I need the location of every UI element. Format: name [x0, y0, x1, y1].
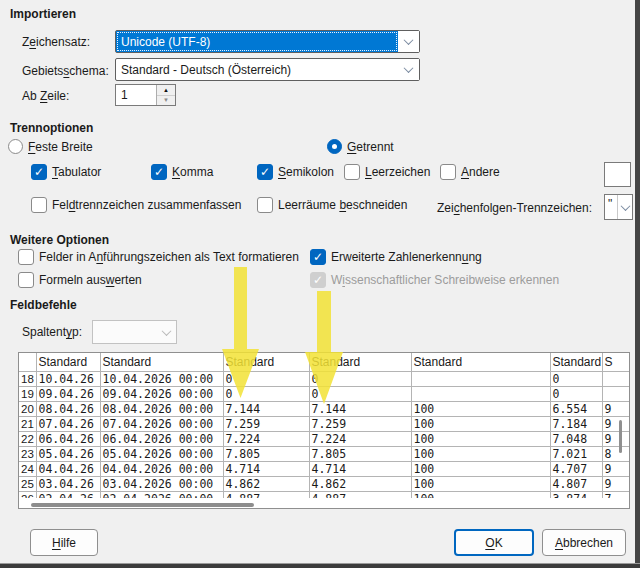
help-button[interactable]: Hilfe: [30, 529, 98, 556]
table-cell: 7.805: [309, 446, 411, 461]
locale-selected-value: Standard - Deutsch (Österreich): [116, 59, 398, 80]
from-row-label: Ab Zeile:: [22, 89, 69, 103]
string-delimiter-dropdown-button[interactable]: [617, 195, 632, 219]
table-cell: 3.874: [550, 491, 602, 498]
table-cell: 7.224: [309, 431, 411, 446]
vertical-scrollbar-thumb[interactable]: [619, 420, 622, 453]
charset-selected-value: Unicode (UTF-8): [116, 31, 398, 52]
table-cell: 4.887: [309, 491, 411, 498]
comma-label[interactable]: Komma: [172, 165, 213, 179]
table-cell: 04.04.2026 00:00: [100, 461, 223, 476]
table-row: 2404.04.2604.04.2026 00:004.7144.7141004…: [19, 461, 629, 476]
comma-checkbox[interactable]: [151, 164, 167, 180]
table-cell: 08.04.2026 00:00: [100, 401, 223, 416]
string-delimiter-combobox[interactable]: ": [604, 194, 633, 220]
fixed-width-label[interactable]: Feste Breite: [28, 140, 93, 154]
space-checkbox[interactable]: [344, 164, 360, 180]
section-weitere-optionen: Weitere Optionen: [10, 233, 109, 247]
tab-label[interactable]: Tabulator: [52, 165, 101, 179]
table-row: 2206.04.2606.04.2026 00:007.2247.2241007…: [19, 431, 629, 446]
locale-dropdown-button[interactable]: [398, 59, 419, 80]
evaluate-formulas-checkbox[interactable]: [18, 272, 34, 288]
row-number-cell: 18: [19, 371, 36, 386]
table-cell: 10.04.26: [36, 371, 100, 386]
from-row-value[interactable]: 1: [116, 85, 156, 105]
column-header[interactable]: S: [602, 353, 629, 371]
table-row: 2602.04.2602.04.2026 00:004.8874.8871003…: [19, 491, 629, 498]
table-cell: 08.04.26: [36, 401, 100, 416]
locale-label: Gebietsschema:: [22, 64, 109, 78]
column-header[interactable]: Standard: [309, 353, 411, 371]
table-cell: 7.805: [223, 446, 309, 461]
row-number-cell: 26: [19, 491, 36, 498]
section-importieren: Importieren: [10, 7, 76, 21]
cancel-button[interactable]: Abbrechen: [542, 529, 626, 556]
table-cell: 6.554: [550, 401, 602, 416]
fixed-width-radio[interactable]: [8, 139, 23, 154]
spin-down-button[interactable]: ▼: [157, 96, 175, 106]
table-cell: 4.714: [223, 461, 309, 476]
ok-button[interactable]: OK: [454, 529, 534, 556]
row-number-cell: 24: [19, 461, 36, 476]
column-type-value: [93, 321, 156, 343]
table-row: 2107.04.2607.04.2026 00:007.2597.2591007…: [19, 416, 629, 431]
row-number-cell: 23: [19, 446, 36, 461]
column-header[interactable]: Standard: [36, 353, 100, 371]
horizontal-scrollbar-thumb[interactable]: [31, 503, 254, 507]
tab-checkbox[interactable]: [31, 164, 47, 180]
merge-delimiters-label[interactable]: Feldtrennzeichen zusammenfassen: [52, 198, 241, 212]
charset-dropdown-button[interactable]: [398, 31, 419, 52]
semicolon-checkbox[interactable]: [257, 164, 273, 180]
separated-label[interactable]: Getrennt: [347, 140, 394, 154]
from-row-stepper[interactable]: 1 ▲ ▼: [115, 84, 176, 106]
column-header[interactable]: Standard: [411, 353, 550, 371]
table-cell: 0: [223, 386, 309, 401]
merge-delimiters-checkbox[interactable]: [31, 197, 47, 213]
table-cell: 0: [223, 371, 309, 386]
locale-combobox[interactable]: Standard - Deutsch (Österreich): [115, 58, 420, 81]
table-cell: 06.04.2026 00:00: [100, 431, 223, 446]
quoted-as-text-checkbox[interactable]: [18, 249, 34, 265]
table-cell: 0: [550, 371, 602, 386]
detect-numbers-label[interactable]: Erweiterte Zahlenerkennung: [331, 250, 482, 264]
table-row: 2503.04.2603.04.2026 00:004.8624.8621004…: [19, 476, 629, 491]
table-cell: 9: [602, 476, 629, 491]
table-cell: 7.259: [223, 416, 309, 431]
detect-scientific-checkbox: [310, 272, 326, 288]
detect-numbers-checkbox[interactable]: [310, 249, 326, 265]
table-cell: 0: [309, 386, 411, 401]
string-delimiter-label: Zeichenfolgen-Trennzeichen:: [437, 201, 592, 215]
semicolon-label[interactable]: Semikolon: [278, 165, 334, 179]
table-cell: 0: [309, 371, 411, 386]
table-cell: 4.862: [309, 476, 411, 491]
quoted-as-text-label[interactable]: Felder in Anführungszeichen als Text for…: [39, 250, 299, 264]
section-trennoptionen: Trennoptionen: [10, 121, 93, 135]
table-cell: 07.04.26: [36, 416, 100, 431]
table-cell: [411, 371, 550, 386]
charset-combobox[interactable]: Unicode (UTF-8): [115, 30, 420, 53]
evaluate-formulas-label[interactable]: Formeln auswerten: [39, 273, 142, 287]
space-label[interactable]: Leerzeichen: [365, 165, 430, 179]
table-cell: 7: [602, 491, 629, 498]
other-label[interactable]: Andere: [461, 165, 500, 179]
table-row: 2305.04.2605.04.2026 00:007.8057.8051007…: [19, 446, 629, 461]
table-cell: 09.04.26: [36, 386, 100, 401]
trim-spaces-label[interactable]: Leerräume beschneiden: [278, 198, 407, 212]
other-separator-input[interactable]: [604, 162, 631, 187]
preview-header-row: StandardStandardStandardStandardStandard…: [19, 353, 629, 371]
table-cell: 7.144: [309, 401, 411, 416]
trim-spaces-checkbox[interactable]: [257, 197, 273, 213]
table-row: 2008.04.2608.04.2026 00:007.1447.1441006…: [19, 401, 629, 416]
row-number-cell: 19: [19, 386, 36, 401]
separated-radio[interactable]: [327, 139, 342, 154]
text-import-dialog: Importieren Zeichensatz: Unicode (UTF-8)…: [0, 0, 640, 568]
column-header[interactable]: Standard: [223, 353, 309, 371]
table-cell: 9: [602, 461, 629, 476]
other-checkbox[interactable]: [440, 164, 456, 180]
table-cell: [411, 386, 550, 401]
preview-table-frame: StandardStandardStandardStandardStandard…: [18, 352, 630, 509]
column-type-combobox: [92, 320, 177, 344]
column-header[interactable]: Standard: [550, 353, 602, 371]
spin-up-button[interactable]: ▲: [157, 85, 175, 96]
column-header[interactable]: Standard: [100, 353, 223, 371]
